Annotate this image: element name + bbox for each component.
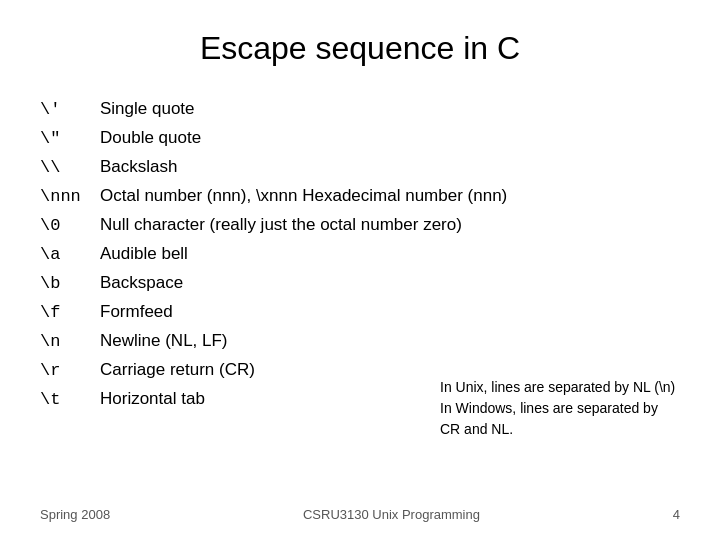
footer-left: Spring 2008 — [40, 507, 110, 522]
escape-desc: Carriage return (CR) — [100, 356, 255, 384]
escape-row: \bBackspace — [40, 269, 680, 298]
note-line3: CR and NL. — [440, 421, 513, 437]
escape-row: \0Null character (really just the octal … — [40, 211, 680, 240]
escape-desc: Null character (really just the octal nu… — [100, 211, 462, 239]
escape-desc: Backspace — [100, 269, 183, 297]
escape-code: \0 — [40, 212, 100, 240]
page-title: Escape sequence in C — [40, 30, 680, 67]
escape-code: \t — [40, 386, 100, 414]
note-line2: In Windows, lines are separated by — [440, 400, 658, 416]
footer: Spring 2008 CSRU3130 Unix Programming 4 — [0, 507, 720, 522]
escape-desc: Backslash — [100, 153, 177, 181]
escape-code: \f — [40, 299, 100, 327]
escape-row: \nnnOctal number (nnn), \xnnn Hexadecima… — [40, 182, 680, 211]
escape-row: \aAudible bell — [40, 240, 680, 269]
escape-code: \a — [40, 241, 100, 269]
escape-code: \\ — [40, 154, 100, 182]
escape-desc: Newline (NL, LF) — [100, 327, 228, 355]
escape-row: \'Single quote — [40, 95, 680, 124]
escape-desc: Double quote — [100, 124, 201, 152]
escape-row: \nNewline (NL, LF) — [40, 327, 680, 356]
escape-row: \\Backslash — [40, 153, 680, 182]
escape-desc: Octal number (nnn), \xnnn Hexadecimal nu… — [100, 182, 507, 210]
escape-desc: Formfeed — [100, 298, 173, 326]
footer-center: CSRU3130 Unix Programming — [303, 507, 480, 522]
note-box: In Unix, lines are separated by NL (\n) … — [440, 377, 680, 440]
escape-code: \r — [40, 357, 100, 385]
escape-desc: Single quote — [100, 95, 195, 123]
escape-row: \"Double quote — [40, 124, 680, 153]
escape-code: \' — [40, 96, 100, 124]
escape-code: \b — [40, 270, 100, 298]
escape-code: \n — [40, 328, 100, 356]
escape-code: \" — [40, 125, 100, 153]
escape-row: \fFormfeed — [40, 298, 680, 327]
page: Escape sequence in C \'Single quote\"Dou… — [0, 0, 720, 540]
escape-code: \nnn — [40, 183, 100, 211]
content-area: \'Single quote\"Double quote\\Backslash\… — [40, 95, 680, 415]
footer-right: 4 — [673, 507, 680, 522]
escape-desc: Horizontal tab — [100, 385, 205, 413]
escape-desc: Audible bell — [100, 240, 188, 268]
note-line1: In Unix, lines are separated by NL (\n) — [440, 379, 675, 395]
